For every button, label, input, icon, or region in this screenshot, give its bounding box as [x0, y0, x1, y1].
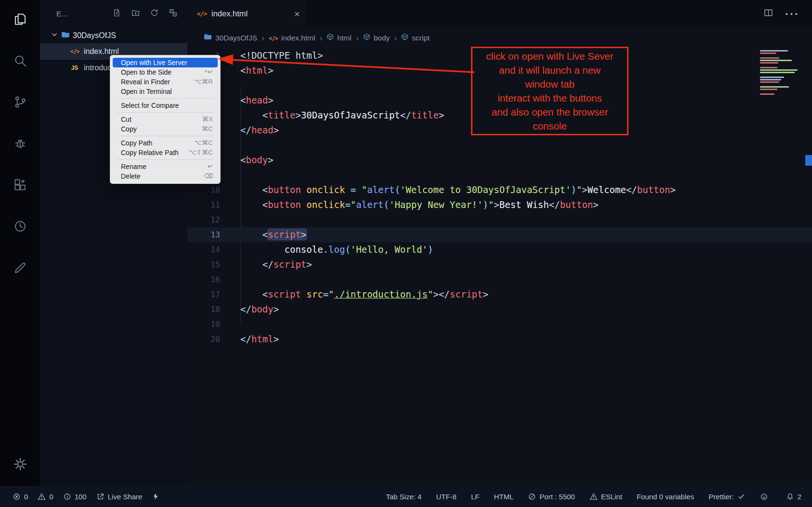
refresh-icon[interactable]: [150, 8, 159, 19]
code-line-17[interactable]: 17 <script src="./introduction.js"></scr…: [187, 287, 812, 302]
line-number: 17: [187, 290, 220, 299]
settings-gear-icon[interactable]: [13, 457, 27, 473]
status-item-port-5500[interactable]: Port : 5500: [528, 493, 575, 501]
menu-item-copy-path[interactable]: Copy Path⌥⌘C: [113, 138, 218, 148]
code-line-12[interactable]: 12: [187, 212, 812, 227]
menu-separator: [117, 98, 213, 99]
collapse-folders-icon[interactable]: [169, 8, 178, 19]
debug-icon[interactable]: [13, 136, 27, 151]
code-line-18[interactable]: 18</body>: [187, 302, 812, 317]
status-item-prettier[interactable]: Prettier:: [708, 493, 746, 501]
code-line-20[interactable]: 20</html>: [187, 332, 812, 347]
breadcrumb: 30DaysOfJS›</>index.html›html›body›scrip…: [187, 27, 812, 48]
annotation-text-line: and it will launch a new: [472, 63, 627, 77]
new-file-icon[interactable]: [112, 8, 121, 19]
status-item-0[interactable]: 0: [13, 493, 28, 501]
menu-item-open-with-live-server[interactable]: Open with Live Server: [113, 58, 218, 67]
menu-item-label: Delete: [121, 171, 140, 181]
menu-item-copy[interactable]: Copy⌘C: [113, 124, 218, 134]
status-item-html[interactable]: HTML: [494, 493, 513, 501]
line-number: 20: [187, 335, 220, 344]
breadcrumb-item-body[interactable]: body: [363, 33, 390, 42]
code-line-13[interactable]: 13 <script>: [187, 227, 812, 242]
minimap-line: [760, 67, 777, 68]
menu-item-open-to-the-side[interactable]: Open to the Side^↵: [113, 67, 218, 77]
status-item-smiley[interactable]: [760, 493, 772, 501]
status-item-live-share[interactable]: Live Share: [96, 493, 143, 501]
menu-item-open-in-terminal[interactable]: Open in Terminal: [113, 87, 218, 96]
more-actions-icon[interactable]: ···: [785, 11, 799, 17]
status-bar-right: Tab Size: 4UTF-8LFHTMLPort : 5500ESLintF…: [386, 493, 801, 501]
extensions-icon[interactable]: [13, 177, 27, 193]
code-text: </script>: [240, 257, 312, 272]
menu-item-shortcut: ⌥⌘R: [194, 77, 213, 87]
menu-item-label: Open with Live Server: [121, 58, 187, 67]
explorer-icon[interactable]: [13, 12, 27, 27]
tab-close-icon[interactable]: ×: [294, 9, 300, 19]
symbol-icon: [327, 33, 334, 42]
status-item-2[interactable]: 2: [786, 493, 801, 501]
search-icon[interactable]: [13, 53, 27, 68]
status-bar: 00100Live Share Tab Size: 4UTF-8LFHTMLPo…: [0, 486, 812, 507]
menu-item-reveal-in-finder[interactable]: Reveal in Finder⌥⌘R: [113, 77, 218, 87]
status-item-eslint[interactable]: ESLint: [589, 493, 622, 501]
menu-item-cut[interactable]: Cut⌘X: [113, 115, 218, 124]
code-line-16[interactable]: 16: [187, 272, 812, 287]
breadcrumb-item-index-html[interactable]: </>index.html: [269, 34, 315, 42]
minimap-line: [760, 62, 778, 64]
explorer-header: E...: [40, 0, 187, 27]
code-text: <title>30DaysOfJavaScript</title>: [240, 108, 444, 123]
breadcrumb-separator: ›: [319, 34, 322, 42]
menu-item-label: Copy Relative Path: [121, 148, 179, 157]
minimap-line: [760, 55, 804, 56]
breadcrumb-separator: ›: [356, 34, 359, 42]
breadcrumb-item-script[interactable]: script: [401, 33, 430, 42]
status-item-lf[interactable]: LF: [471, 493, 480, 501]
status-item-label: Live Share: [108, 493, 143, 501]
code-line-8[interactable]: 8<body>: [187, 153, 812, 168]
status-item-0[interactable]: 0: [38, 493, 53, 501]
code-line-10[interactable]: 10 <button onclick = "alert('Welcome to …: [187, 182, 812, 197]
status-item-lightning[interactable]: [152, 493, 163, 500]
breadcrumb-item-html[interactable]: html: [327, 33, 351, 42]
breadcrumb-item-30daysofjs[interactable]: 30DaysOfJS: [204, 33, 257, 43]
minimap-line: [760, 65, 804, 66]
code-line-9[interactable]: 9: [187, 168, 812, 182]
minimap-line: [760, 57, 779, 59]
code-text: <html>: [240, 63, 274, 78]
code-line-7[interactable]: 7: [187, 138, 812, 153]
menu-item-select-for-compare[interactable]: Select for Compare: [113, 101, 218, 110]
menu-item-copy-relative-path[interactable]: Copy Relative Path⌥⇧⌘C: [113, 148, 218, 157]
status-item-label: 100: [75, 493, 87, 501]
code-line-15[interactable]: 15 </script>: [187, 257, 812, 272]
html-file-icon: </>: [70, 48, 79, 55]
code-line-11[interactable]: 11 <button onclick="alert('Happy New Yea…: [187, 197, 812, 212]
status-item-utf-8[interactable]: UTF-8: [436, 493, 457, 501]
menu-item-label: Copy: [121, 124, 137, 134]
source-control-icon[interactable]: [13, 94, 27, 110]
code-line-19[interactable]: 19: [187, 317, 812, 332]
tab-index-html[interactable]: </> index.html ×: [187, 0, 307, 27]
split-editor-icon[interactable]: [763, 8, 773, 20]
code-text: <button onclick = "alert('Welcome to 30D…: [240, 182, 676, 197]
minimap-line: [760, 93, 774, 95]
minimap[interactable]: [760, 49, 804, 96]
menu-item-rename[interactable]: Rename↵: [113, 162, 218, 171]
new-folder-icon[interactable]: [131, 8, 140, 19]
menu-item-delete[interactable]: Delete⌫: [113, 171, 218, 181]
code-line-14[interactable]: 14 console.log('Hello, World'): [187, 242, 812, 257]
line-number: 15: [187, 260, 220, 269]
feedback-icon[interactable]: [13, 260, 27, 275]
status-item-found-0-variables[interactable]: Found 0 variables: [637, 493, 694, 501]
context-menu: Open with Live ServerOpen to the Side^↵R…: [110, 55, 221, 184]
status-item-tab-size-4[interactable]: Tab Size: 4: [386, 493, 421, 501]
folder-icon: [204, 33, 212, 43]
menu-item-label: Rename: [121, 162, 146, 171]
status-item-100[interactable]: 100: [63, 493, 87, 501]
project-root-row[interactable]: 30DaysOfJS: [40, 27, 187, 43]
explorer-title: E...: [56, 10, 67, 18]
line-number: 16: [187, 275, 220, 284]
html-icon: </>: [269, 34, 278, 42]
project-root-label: 30DaysOfJS: [73, 31, 116, 40]
history-icon[interactable]: [13, 219, 27, 234]
